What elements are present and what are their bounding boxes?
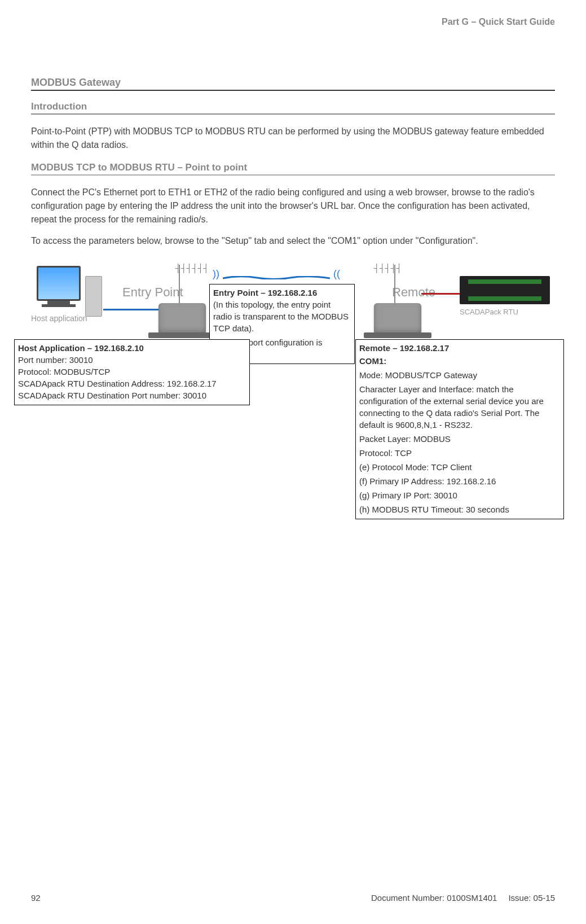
serial-cable-icon bbox=[421, 293, 462, 295]
remote-box-l5: (e) Protocol Mode: TCP Client bbox=[359, 461, 560, 473]
wireless-link-icon bbox=[223, 271, 330, 275]
remote-info-box: Remote – 192.168.2.17 COM1: Mode: MODBUS… bbox=[355, 339, 564, 519]
host-box-title: Host Application – 192.168.2.10 bbox=[18, 342, 246, 354]
intro-heading: Introduction bbox=[31, 101, 555, 115]
antenna-icon: ┤┤┤┤┤ bbox=[394, 265, 395, 303]
ptp-body-2: To access the parameters below, browse t… bbox=[31, 234, 555, 248]
wireless-right-icon: )) bbox=[213, 268, 219, 280]
topology-diagram: Host application Entry Point ┤┤┤┤┤┤ )) (… bbox=[31, 261, 555, 555]
entry-radio-icon: ┤┤┤┤┤┤ bbox=[158, 303, 206, 335]
host-box-l2: Protocol: MODBUS/TCP bbox=[18, 366, 246, 378]
scadapack-rtu-icon: SCADAPack RTU bbox=[460, 276, 550, 311]
scadapack-label: SCADAPack RTU bbox=[460, 308, 550, 316]
host-box-l4: SCADApack RTU Destination Port number: 3… bbox=[18, 389, 246, 401]
antenna-icon: ┤┤┤┤┤┤ bbox=[179, 265, 180, 303]
wireless-left-icon: (( bbox=[333, 268, 340, 280]
section-title: MODBUS Gateway bbox=[31, 77, 555, 91]
host-box-l3: SCADApack RTU Destination Address: 192.1… bbox=[18, 378, 246, 389]
remote-box-title: Remote – 192.168.2.17 bbox=[359, 342, 560, 354]
page-number: 92 bbox=[31, 893, 41, 903]
page-footer: 92 Document Number: 0100SM1401 Issue: 05… bbox=[31, 893, 555, 903]
part-header: Part G – Quick Start Guide bbox=[31, 17, 555, 27]
remote-label: Remote bbox=[392, 285, 435, 300]
entry-box-title: Entry Point – 192.168.2.16 bbox=[213, 287, 351, 299]
issue-number: Issue: 05-15 bbox=[508, 893, 555, 903]
entry-point-label: Entry Point bbox=[122, 285, 183, 300]
remote-box-l7: (g) Primary IP Port: 30010 bbox=[359, 489, 560, 501]
intro-body: Point-to-Point (PTP) with MODBUS TCP to … bbox=[31, 125, 555, 152]
remote-box-l8: (h) MODBUS RTU Timeout: 30 seconds bbox=[359, 503, 560, 515]
ethernet-cable-icon bbox=[103, 309, 158, 310]
remote-box-l3: Packet Layer: MODBUS bbox=[359, 433, 560, 445]
entry-box-line1: (In this topology, the entry point radio… bbox=[213, 299, 351, 334]
host-computer-icon: Host application bbox=[31, 266, 99, 323]
remote-box-l1: Mode: MODBUS/TCP Gateway bbox=[359, 369, 560, 381]
document-number: Document Number: 0100SM1401 bbox=[371, 893, 497, 903]
ptp-body-1: Connect the PC's Ethernet port to ETH1 o… bbox=[31, 186, 555, 226]
ptp-heading: MODBUS TCP to MODBUS RTU – Point to poin… bbox=[31, 162, 555, 176]
remote-box-l6: (f) Primary IP Address: 192.168.2.16 bbox=[359, 475, 560, 487]
host-box-l1: Port number: 30010 bbox=[18, 354, 246, 366]
remote-box-l2: Character Layer and Interface: match the… bbox=[359, 383, 560, 431]
remote-radio-icon: ┤┤┤┤┤ bbox=[374, 303, 421, 335]
remote-box-l4: Protocol: TCP bbox=[359, 447, 560, 459]
host-info-box: Host Application – 192.168.2.10 Port num… bbox=[14, 339, 250, 405]
remote-box-com-title: COM1: bbox=[359, 355, 560, 367]
